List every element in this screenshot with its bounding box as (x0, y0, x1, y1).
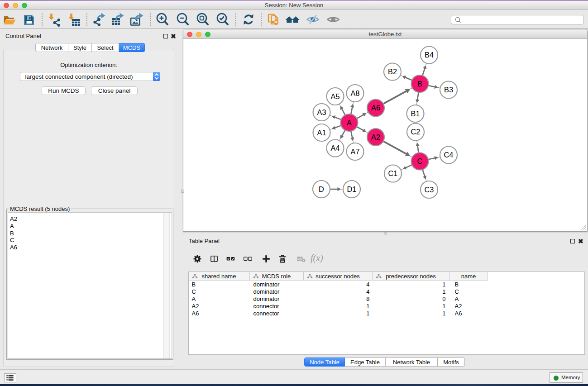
svg-text:B: B (417, 80, 422, 88)
svg-text:C1: C1 (388, 169, 398, 177)
svg-text:A5: A5 (331, 92, 340, 100)
svg-text:B1: B1 (411, 110, 420, 118)
svg-text:A6: A6 (371, 104, 380, 112)
svg-text:D: D (319, 185, 324, 193)
svg-text:A: A (347, 119, 352, 127)
svg-text:A8: A8 (351, 89, 360, 97)
svg-text:B4: B4 (425, 51, 434, 59)
svg-text:A3: A3 (317, 108, 326, 116)
svg-text:C2: C2 (411, 128, 421, 136)
svg-text:C: C (417, 157, 423, 165)
svg-text:B3: B3 (444, 86, 453, 94)
svg-text:A4: A4 (331, 144, 340, 152)
svg-text:D1: D1 (347, 185, 357, 193)
svg-text:A1: A1 (317, 129, 326, 137)
svg-text:B2: B2 (388, 67, 397, 76)
svg-text:C3: C3 (425, 186, 434, 194)
svg-text:C4: C4 (444, 151, 454, 159)
svg-text:A2: A2 (371, 133, 380, 141)
svg-text:A7: A7 (351, 148, 360, 156)
